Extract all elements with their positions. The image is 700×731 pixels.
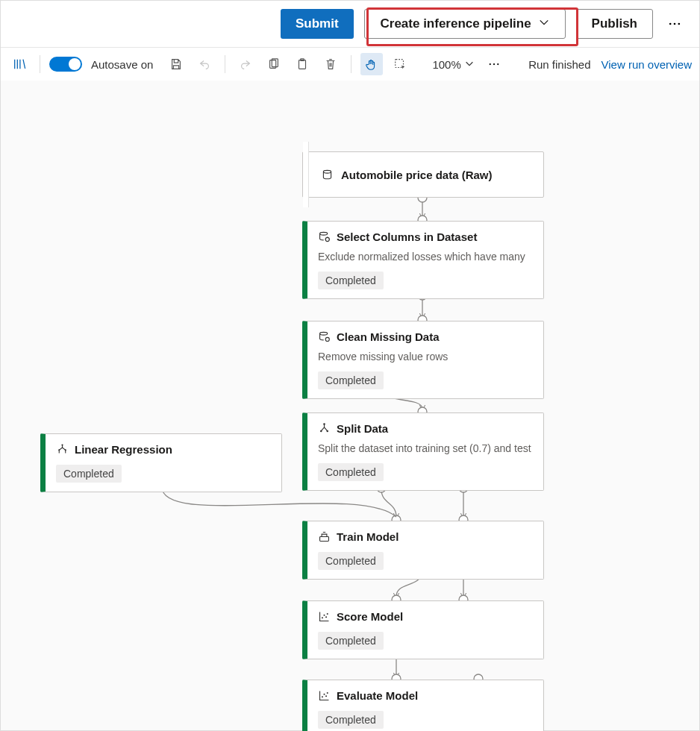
copy-button[interactable] bbox=[263, 53, 285, 75]
node-score-model[interactable]: Score Model Completed bbox=[302, 600, 544, 659]
svg-point-40 bbox=[65, 449, 66, 451]
save-button[interactable] bbox=[165, 53, 187, 75]
svg-point-1 bbox=[674, 23, 676, 25]
svg-rect-41 bbox=[320, 537, 329, 542]
library-panel-button[interactable] bbox=[8, 53, 31, 75]
node-automobile-data[interactable]: Automobile price data (Raw) bbox=[302, 151, 544, 198]
app-frame: Submit Create inference pipeline Publish… bbox=[0, 0, 700, 731]
toolbar-divider bbox=[351, 55, 351, 73]
node-clean-missing-data[interactable]: Clean Missing Data Remove missing value … bbox=[302, 321, 544, 399]
svg-point-35 bbox=[323, 423, 325, 425]
node-title: Select Columns in Dataset bbox=[337, 230, 477, 243]
status-chip: Completed bbox=[318, 552, 384, 570]
svg-point-8 bbox=[489, 63, 490, 65]
status-chip: Completed bbox=[56, 465, 122, 483]
node-train-model[interactable]: Train Model Completed bbox=[302, 521, 544, 580]
svg-point-46 bbox=[322, 696, 323, 697]
node-title: Automobile price data (Raw) bbox=[341, 169, 493, 181]
svg-point-49 bbox=[327, 692, 328, 694]
svg-point-47 bbox=[323, 694, 325, 695]
dataset-icon bbox=[321, 169, 334, 181]
scatter-icon bbox=[318, 610, 331, 623]
svg-point-44 bbox=[325, 616, 327, 618]
toolbar-divider bbox=[225, 55, 225, 73]
svg-point-30 bbox=[323, 170, 331, 173]
node-split-data[interactable]: Split Data Split the dataset into traini… bbox=[302, 412, 544, 491]
scatter-icon bbox=[318, 689, 331, 702]
svg-point-36 bbox=[320, 430, 322, 433]
zoom-control[interactable]: 100% bbox=[432, 58, 474, 71]
editor-toolbar: Autosave on 100% bbox=[1, 47, 699, 81]
submit-button[interactable]: Submit bbox=[281, 9, 354, 39]
status-chip: Completed bbox=[318, 272, 384, 289]
node-description: Split the dataset into training set (0.7… bbox=[318, 442, 533, 454]
svg-rect-5 bbox=[299, 60, 306, 69]
select-tool-button[interactable] bbox=[389, 53, 411, 75]
toolbar-divider bbox=[40, 55, 40, 73]
node-linear-regression[interactable]: Linear Regression Completed bbox=[40, 433, 282, 492]
train-icon bbox=[318, 530, 331, 543]
publish-button[interactable]: Publish bbox=[576, 9, 653, 39]
svg-point-2 bbox=[678, 23, 681, 25]
status-chip: Completed bbox=[318, 463, 384, 481]
create-inference-pipeline-label: Create inference pipeline bbox=[381, 16, 531, 31]
node-title: Score Model bbox=[337, 610, 403, 623]
delete-button[interactable] bbox=[319, 53, 342, 75]
svg-point-33 bbox=[320, 332, 328, 335]
node-select-columns[interactable]: Select Columns in Dataset Exclude normal… bbox=[302, 221, 544, 299]
status-chip: Completed bbox=[318, 711, 384, 729]
node-title: Evaluate Model bbox=[337, 689, 418, 702]
svg-point-10 bbox=[497, 63, 499, 65]
toolbar-more-button[interactable] bbox=[481, 53, 507, 75]
dataset-cog-icon bbox=[318, 230, 331, 243]
chevron-down-icon bbox=[539, 16, 549, 31]
chevron-down-icon bbox=[464, 58, 475, 71]
svg-point-32 bbox=[325, 237, 329, 241]
svg-point-37 bbox=[326, 430, 328, 433]
status-chip: Completed bbox=[318, 371, 384, 389]
svg-point-38 bbox=[61, 444, 63, 445]
split-icon bbox=[318, 422, 331, 435]
run-status: Run finished bbox=[528, 58, 590, 71]
redo-button[interactable] bbox=[234, 53, 257, 75]
node-title: Linear Regression bbox=[75, 443, 172, 456]
zoom-value: 100% bbox=[432, 58, 460, 71]
svg-point-48 bbox=[325, 695, 327, 697]
node-title: Train Model bbox=[337, 530, 399, 543]
model-icon bbox=[56, 443, 69, 456]
svg-point-9 bbox=[493, 63, 495, 65]
svg-point-34 bbox=[325, 337, 329, 341]
node-description: Exclude normalized losses which have man… bbox=[318, 251, 533, 263]
svg-point-42 bbox=[322, 617, 323, 618]
svg-point-39 bbox=[58, 449, 60, 451]
undo-button[interactable] bbox=[193, 53, 216, 75]
node-description: Remove missing value rows bbox=[318, 351, 533, 363]
node-title: Clean Missing Data bbox=[337, 330, 440, 343]
top-button-bar: Submit Create inference pipeline Publish bbox=[1, 1, 699, 47]
autosave-label: Autosave on bbox=[91, 58, 153, 71]
status-chip: Completed bbox=[318, 632, 384, 650]
dataset-cog-icon bbox=[318, 330, 331, 343]
pan-tool-button[interactable] bbox=[360, 53, 383, 75]
node-evaluate-model[interactable]: Evaluate Model Completed bbox=[302, 680, 544, 731]
paste-button[interactable] bbox=[291, 53, 313, 75]
more-actions-button[interactable] bbox=[663, 9, 686, 39]
svg-point-31 bbox=[320, 232, 328, 235]
svg-point-45 bbox=[327, 613, 328, 615]
create-inference-pipeline-button[interactable]: Create inference pipeline bbox=[364, 9, 566, 39]
node-title: Split Data bbox=[337, 422, 388, 435]
pipeline-canvas[interactable]: Automobile price data (Raw) Select Colum… bbox=[1, 81, 699, 730]
svg-point-0 bbox=[669, 23, 672, 25]
svg-point-43 bbox=[323, 615, 325, 616]
autosave-toggle[interactable] bbox=[49, 57, 82, 72]
view-run-overview-link[interactable]: View run overview bbox=[601, 58, 692, 71]
